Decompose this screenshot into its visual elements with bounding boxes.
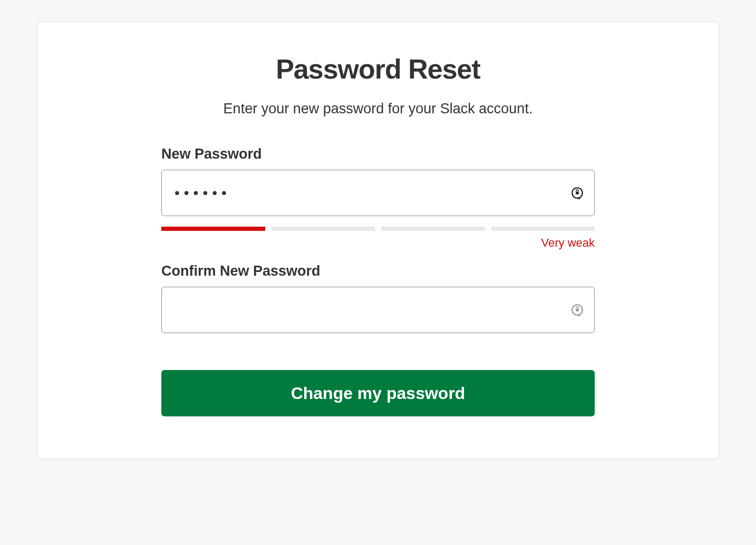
password-strength-label: Very weak <box>161 236 595 250</box>
confirm-password-input-wrapper <box>161 287 595 333</box>
confirm-password-input[interactable] <box>161 287 595 333</box>
strength-segment-3 <box>381 227 485 231</box>
page-subtitle: Enter your new password for your Slack a… <box>161 101 595 117</box>
strength-segment-4 <box>491 227 595 231</box>
svg-rect-3 <box>576 309 578 312</box>
password-reset-card: Password Reset Enter your new password f… <box>37 21 719 459</box>
password-manager-icon[interactable] <box>570 303 584 317</box>
password-manager-icon[interactable] <box>570 186 584 200</box>
svg-rect-1 <box>576 192 578 194</box>
new-password-label: New Password <box>161 146 595 162</box>
strength-segment-1 <box>161 227 265 231</box>
confirm-password-label: Confirm New Password <box>161 263 595 279</box>
new-password-input[interactable] <box>161 170 595 216</box>
password-strength-meter <box>161 227 595 231</box>
new-password-input-wrapper <box>161 170 595 216</box>
change-password-button[interactable]: Change my password <box>161 370 595 416</box>
page-title: Password Reset <box>161 53 595 85</box>
strength-segment-2 <box>272 227 375 231</box>
confirm-password-section: Confirm New Password <box>161 263 595 333</box>
